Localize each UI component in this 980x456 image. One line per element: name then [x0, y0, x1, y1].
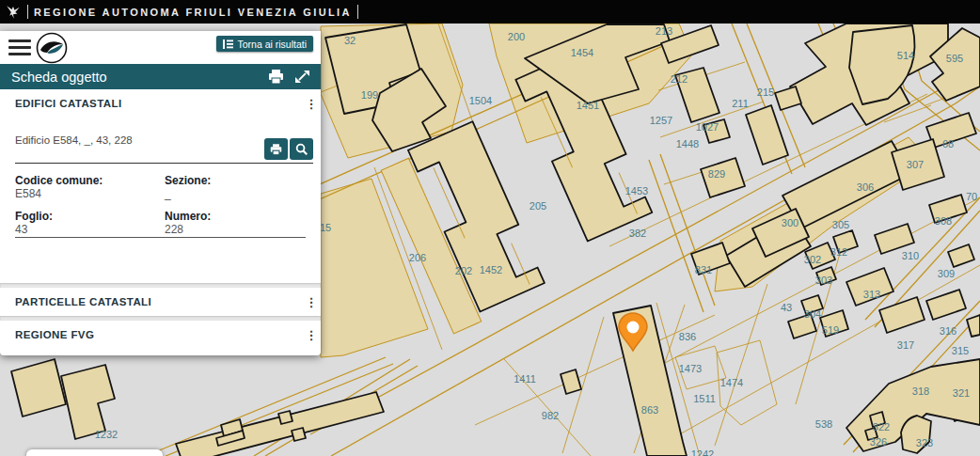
svg-text:318: 318 — [912, 385, 929, 397]
svg-text:321: 321 — [953, 387, 970, 399]
fvg-circle-logo[interactable] — [36, 32, 68, 68]
svg-text:1474: 1474 — [720, 377, 743, 388]
print-object-button[interactable] — [264, 138, 288, 160]
svg-text:1453: 1453 — [625, 185, 648, 197]
print-icon — [270, 144, 282, 155]
svg-text:206: 206 — [409, 252, 426, 263]
svg-text:1242: 1242 — [691, 448, 714, 456]
svg-text:215: 215 — [757, 86, 774, 98]
svg-text:836: 836 — [679, 331, 696, 342]
search-icon — [295, 143, 308, 155]
svg-text:316: 316 — [940, 325, 956, 337]
svg-text:322: 322 — [873, 421, 890, 432]
svg-text:982: 982 — [542, 410, 559, 421]
kebab-menu-icon[interactable]: ⋮ — [302, 97, 321, 111]
expand-icon[interactable] — [295, 70, 309, 84]
header-separator — [357, 5, 358, 19]
card-regione-title: REGIONE FVG — [15, 329, 302, 340]
svg-text:1452: 1452 — [480, 264, 502, 275]
svg-text:1411: 1411 — [514, 373, 536, 385]
svg-text:317: 317 — [897, 339, 914, 351]
back-to-results-button[interactable]: Torna ai risultati — [216, 36, 313, 52]
svg-text:211: 211 — [732, 98, 749, 109]
svg-text:829: 829 — [708, 168, 725, 180]
svg-text:307: 307 — [907, 159, 924, 170]
svg-text:32: 32 — [344, 35, 356, 46]
svg-text:313: 313 — [863, 289, 880, 300]
svg-text:1451: 1451 — [577, 100, 599, 111]
edificio-result-item[interactable]: Edificio E584, _, 43, 228 — [15, 134, 133, 146]
card-edifici-title: EDIFICI CATASTALI — [15, 98, 302, 109]
svg-text:315: 315 — [952, 345, 969, 356]
svg-text:1232: 1232 — [95, 429, 118, 440]
field-label: Codice comune: — [15, 174, 165, 187]
svg-text:538: 538 — [815, 418, 832, 430]
field-value: _ — [165, 187, 307, 200]
panel-header: Scheda oggetto — [0, 64, 321, 89]
svg-text:1454: 1454 — [571, 47, 593, 58]
kebab-menu-icon[interactable]: ⋮ — [302, 328, 321, 342]
svg-text:514: 514 — [897, 50, 914, 61]
svg-text:326: 326 — [870, 436, 887, 448]
svg-text:1473: 1473 — [679, 363, 702, 374]
field-label: Sezione: — [165, 174, 307, 187]
svg-text:205: 205 — [530, 200, 546, 212]
svg-text:323: 323 — [916, 437, 933, 448]
card-particelle-catastali: PARTICELLE CATASTALI ⋮ — [0, 288, 321, 316]
card-particelle-title: PARTICELLE CATASTALI — [15, 296, 302, 307]
bottom-search-bar[interactable] — [26, 449, 163, 456]
card-regione-header[interactable]: REGIONE FVG ⋮ — [0, 321, 321, 349]
panel-title: Scheda oggetto — [11, 70, 268, 85]
svg-text:309: 309 — [938, 268, 955, 279]
results-list-icon — [223, 39, 233, 49]
svg-text:305: 305 — [832, 219, 849, 230]
svg-text:302: 302 — [804, 254, 821, 265]
svg-text:306: 306 — [857, 181, 874, 193]
svg-text:200: 200 — [508, 31, 525, 42]
svg-text:312: 312 — [830, 246, 847, 258]
svg-text:595: 595 — [946, 53, 963, 64]
card-particelle-header[interactable]: PARTICELLE CATASTALI ⋮ — [0, 288, 321, 316]
header-title: REGIONE AUTONOMA FRIULI VENEZIA GIULIA — [34, 7, 352, 18]
svg-text:300: 300 — [782, 217, 798, 228]
header-separator — [27, 5, 28, 19]
svg-text:202: 202 — [455, 265, 472, 276]
field-label: Numero: — [165, 210, 307, 223]
app-header: REGIONE AUTONOMA FRIULI VENEZIA GIULIA — [0, 0, 980, 24]
kebab-menu-icon[interactable]: ⋮ — [302, 295, 321, 309]
svg-text:310: 310 — [902, 250, 919, 261]
field-value: 43 — [15, 223, 165, 236]
svg-text:303: 303 — [815, 275, 832, 286]
attribute-fields: Codice comune: E584 Sezione: _ Foglio: 4… — [15, 170, 307, 240]
item-underline — [15, 163, 313, 164]
card-regione-fvg: REGIONE FVG ⋮ — [0, 321, 321, 349]
svg-text:70: 70 — [966, 191, 977, 202]
card-edifici-catastali: EDIFICI CATASTALI ⋮ Edificio E584, _, 43… — [0, 89, 321, 283]
field-label: Foglio: — [15, 210, 165, 223]
svg-text:863: 863 — [641, 404, 658, 416]
field-value: 228 — [165, 223, 307, 236]
svg-text:382: 382 — [629, 228, 646, 239]
svg-text:1511: 1511 — [693, 393, 716, 404]
svg-text:199: 199 — [361, 89, 378, 101]
zoom-to-object-button[interactable] — [290, 138, 313, 160]
svg-text:1027: 1027 — [696, 121, 719, 133]
svg-text:1257: 1257 — [650, 115, 672, 126]
svg-text:213: 213 — [656, 25, 672, 37]
print-icon[interactable] — [268, 70, 284, 84]
field-value: E584 — [15, 187, 165, 200]
svg-text:43: 43 — [781, 302, 792, 313]
section-underline — [15, 237, 306, 238]
svg-text:15: 15 — [320, 222, 331, 233]
svg-text:68: 68 — [942, 138, 954, 149]
svg-text:831: 831 — [695, 264, 712, 275]
menu-hamburger-icon[interactable] — [8, 39, 31, 55]
svg-text:304: 304 — [804, 308, 821, 320]
object-detail-panel: Torna ai risultati Scheda oggetto EDIFIC… — [0, 31, 321, 355]
card-edifici-header[interactable]: EDIFICI CATASTALI ⋮ — [0, 89, 321, 118]
app-window: 3220019915041454145121321221521112571027… — [0, 0, 980, 456]
svg-text:519: 519 — [822, 324, 839, 336]
svg-text:1448: 1448 — [676, 138, 699, 149]
back-to-results-label: Torna ai risultati — [237, 39, 307, 50]
panel-toolbar: Torna ai risultati — [0, 31, 321, 64]
